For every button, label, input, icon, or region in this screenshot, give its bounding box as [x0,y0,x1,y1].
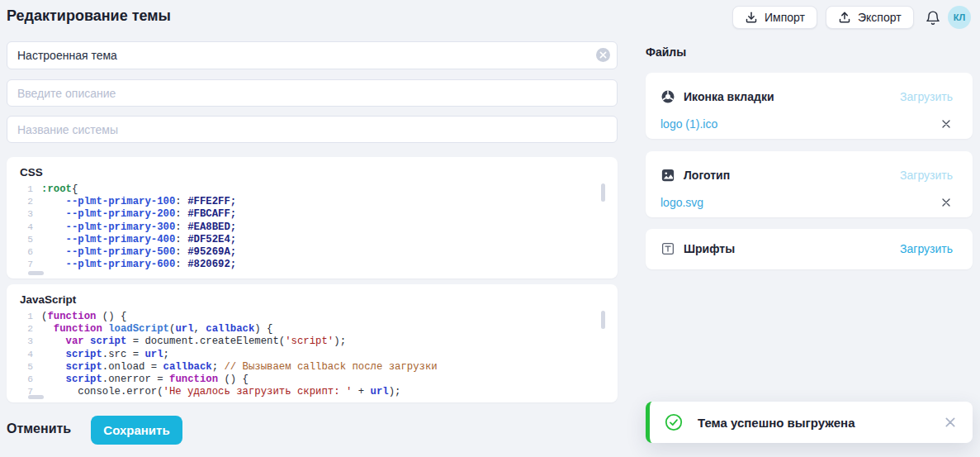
notifications-bell-icon[interactable] [924,9,942,27]
remove-file-icon[interactable] [941,198,951,207]
toast-close-icon[interactable] [944,417,956,428]
uploaded-file-link[interactable]: logo.svg [660,196,941,209]
toast-message: Тема успешно выгружена [698,416,930,430]
system-name-input[interactable] [7,116,618,143]
files-section-title: Файлы [646,45,686,59]
export-button[interactable]: Экспорт [826,6,914,29]
file-card-title: Шрифты [684,242,892,255]
file-card-fonts: Шрифты Загрузить [646,229,973,269]
file-card-title: Логотип [684,169,892,182]
user-avatar[interactable]: КЛ [948,6,971,29]
css-code-area[interactable]: 1:root{2 --plmt-primary-100: #FFE2FF;3 -… [7,183,618,271]
css-panel-title: CSS [20,166,618,179]
javascript-editor-panel: JavaScript 1(function () {2 function loa… [7,284,618,402]
css-horizontal-scrollbar[interactable] [28,271,44,275]
javascript-panel-title: JavaScript [20,293,618,306]
uploaded-file-link[interactable]: logo (1).ico [660,117,941,131]
export-icon [838,11,851,24]
upload-button[interactable]: Загрузить [900,242,953,255]
file-card-title: Иконка вкладки [684,90,892,103]
export-label: Экспорт [858,11,902,24]
javascript-vertical-scrollbar[interactable] [601,311,605,329]
cancel-button[interactable]: Отменить [7,421,71,436]
theme-name-input[interactable] [7,41,618,69]
success-toast: Тема успешно выгружена [646,402,973,443]
clear-input-icon[interactable] [596,48,610,62]
import-button[interactable]: Импорт [732,6,817,29]
remove-file-icon[interactable] [941,119,951,129]
page-title: Редактирование темы [7,7,171,25]
check-circle-icon [665,413,683,431]
browser-tab-icon [660,89,675,104]
image-icon [660,168,675,183]
description-input[interactable] [7,79,618,107]
import-label: Импорт [765,11,805,24]
font-icon [660,241,675,256]
save-button[interactable]: Сохранить [91,416,182,445]
css-vertical-scrollbar[interactable] [601,183,605,202]
file-card-tab-icon: Иконка вкладки Загрузить logo (1).ico [646,73,973,139]
upload-button[interactable]: Загрузить [900,169,953,182]
css-editor-panel: CSS 1:root{2 --plmt-primary-100: #FFE2FF… [7,157,618,278]
import-icon [745,11,758,24]
javascript-horizontal-scrollbar[interactable] [28,395,44,399]
javascript-code-area[interactable]: 1(function () {2 function loadScript(url… [7,311,618,398]
file-card-logo: Логотип Загрузить logo.svg [646,151,973,217]
upload-button[interactable]: Загрузить [900,90,953,103]
